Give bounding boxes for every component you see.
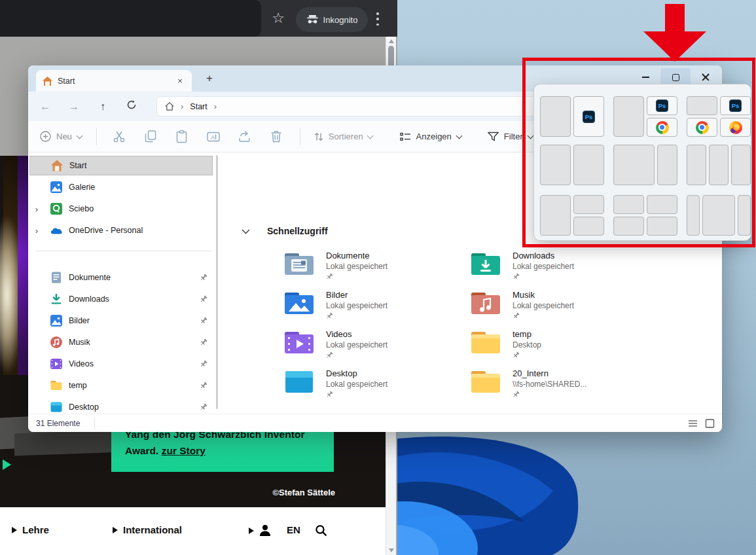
view-label: Anzeigen <box>416 132 452 141</box>
expand-chevron-icon[interactable]: › <box>29 204 44 214</box>
scrollbar-down-icon[interactable] <box>389 548 394 552</box>
cut-button[interactable] <box>111 130 127 143</box>
new-button[interactable]: Neu <box>40 131 82 142</box>
pin-icon <box>200 274 207 281</box>
tab-close-icon[interactable]: × <box>175 76 185 86</box>
tab-title: Start <box>58 77 170 86</box>
sidebar-scrollbar[interactable] <box>216 155 218 409</box>
sidebar-item-dokumente[interactable]: Dokumente <box>29 268 213 287</box>
sidebar-label: Downloads <box>69 295 200 304</box>
toolbar-divider <box>300 128 300 145</box>
address-bar[interactable] <box>0 0 261 37</box>
pin-icon <box>200 295 207 303</box>
quick-item-musik[interactable]: Musik Lokal gespeichert <box>470 290 574 322</box>
item-count: 31 Elemente <box>36 419 80 428</box>
sidebar-item-bilder[interactable]: Bilder <box>29 311 213 331</box>
share-button[interactable] <box>237 130 253 143</box>
quick-item-bilder[interactable]: Bilder Lokal gespeichert <box>283 290 387 322</box>
folder-icon <box>50 380 62 391</box>
nav-item-international[interactable]: International <box>113 524 182 535</box>
back-icon[interactable]: ← <box>37 99 53 115</box>
quick-item-downloads[interactable]: Downloads Lokal gespeichert <box>470 251 574 283</box>
browser-menu-icon[interactable] <box>373 11 382 27</box>
nav-item-lehre[interactable]: Lehre <box>12 524 49 535</box>
section-title: Schnellzugriff <box>267 226 328 236</box>
copy-button[interactable] <box>143 130 158 143</box>
new-label: Neu <box>56 132 72 141</box>
sidebar-item-sciebo[interactable]: › Sciebo <box>29 199 213 219</box>
photo-credit: ©Stefan Sättele <box>196 488 335 497</box>
sidebar-item-downloads[interactable]: Downloads <box>29 289 213 309</box>
filter-icon <box>488 132 499 141</box>
view-button[interactable]: Anzeigen <box>400 132 461 141</box>
music-icon <box>50 336 62 348</box>
nav-arrow-icon <box>113 527 118 533</box>
chevron-down-icon[interactable] <box>242 228 250 234</box>
pin-icon <box>513 391 520 398</box>
sidebar-label: Sciebo <box>69 204 213 213</box>
scrollbar-up-icon[interactable] <box>389 39 394 43</box>
bookmark-star-icon[interactable]: ☆ <box>270 10 287 27</box>
quick-item-videos[interactable]: Videos Lokal gespeichert <box>283 329 387 361</box>
view-icon <box>400 132 411 141</box>
nav-label: Lehre <box>22 524 49 535</box>
quick-item-temp[interactable]: temp Desktop <box>470 329 541 361</box>
expand-chevron-icon[interactable]: › <box>29 226 44 236</box>
photo-purple-light <box>18 156 28 375</box>
item-name: Desktop <box>326 368 387 378</box>
desktop-icon <box>50 401 62 413</box>
quick-access-header[interactable]: Schnellzugriff <box>242 226 328 236</box>
sidebar-item-musik[interactable]: Musik <box>29 332 213 352</box>
delete-button[interactable] <box>268 130 284 143</box>
sidebar-label: Dokumente <box>69 273 200 282</box>
details-view-icon[interactable] <box>688 419 698 428</box>
sidebar-label: Musik <box>69 338 200 347</box>
annotation-highlight-rectangle <box>522 58 755 247</box>
language-switch[interactable]: EN <box>287 524 300 535</box>
pin-icon <box>513 351 520 359</box>
site-search-button[interactable] <box>315 524 327 537</box>
documents-icon <box>50 272 62 283</box>
person-icon <box>259 524 271 537</box>
quick-item-desktop[interactable]: Desktop Lokal gespeichert <box>283 368 387 401</box>
sidebar-item-temp[interactable]: temp <box>29 376 213 395</box>
video-play-icon[interactable] <box>3 459 11 470</box>
item-subtitle: Lokal gespeichert <box>326 301 387 310</box>
sidebar-item-onedrive[interactable]: › OneDrive - Personal <box>29 221 213 240</box>
sidebar-item-videos[interactable]: Videos <box>29 354 213 374</box>
forward-icon[interactable]: → <box>66 99 82 115</box>
incognito-icon <box>306 15 319 24</box>
svg-text:A: A <box>211 133 215 140</box>
sidebar-item-galerie[interactable]: Galerie <box>29 177 213 197</box>
sort-button[interactable]: Sortieren <box>314 132 372 142</box>
quick-item-dokumente[interactable]: Dokumente Lokal gespeichert <box>283 251 387 283</box>
videos-icon <box>50 358 62 370</box>
filter-label: Filter <box>504 132 523 141</box>
sidebar-label: temp <box>69 381 200 390</box>
pin-icon <box>200 338 207 346</box>
paste-button[interactable] <box>174 130 190 143</box>
quick-item-20-intern[interactable]: 20_Intern \\fs-home\SHARED... <box>470 368 586 401</box>
sidebar-label: Desktop <box>69 403 200 412</box>
nav-item-account[interactable] <box>249 524 271 537</box>
breadcrumb-item-start[interactable]: Start <box>190 102 207 111</box>
item-name: Bilder <box>326 290 387 300</box>
hero-story-link[interactable]: zur Story <box>162 445 206 456</box>
rename-button[interactable]: A <box>206 131 221 143</box>
new-tab-icon[interactable]: + <box>202 71 217 86</box>
pin-icon <box>200 360 207 368</box>
up-icon[interactable]: ↑ <box>95 99 111 115</box>
item-subtitle: Lokal gespeichert <box>513 262 574 271</box>
sidebar-item-start[interactable]: Start <box>29 156 213 175</box>
explorer-tab-start[interactable]: Start × <box>36 70 192 92</box>
sort-label: Sortieren <box>329 132 363 141</box>
large-icons-view-icon[interactable] <box>705 419 715 428</box>
nav-label: International <box>123 524 182 535</box>
refresh-icon[interactable] <box>124 99 139 115</box>
item-subtitle: \\fs-home\SHARED... <box>513 380 586 389</box>
sciebo-icon <box>50 203 62 215</box>
hero-caption-prefix: Award. <box>125 445 162 456</box>
language-label: EN <box>287 524 300 535</box>
downloads-icon <box>50 293 62 305</box>
home-icon <box>43 77 52 86</box>
